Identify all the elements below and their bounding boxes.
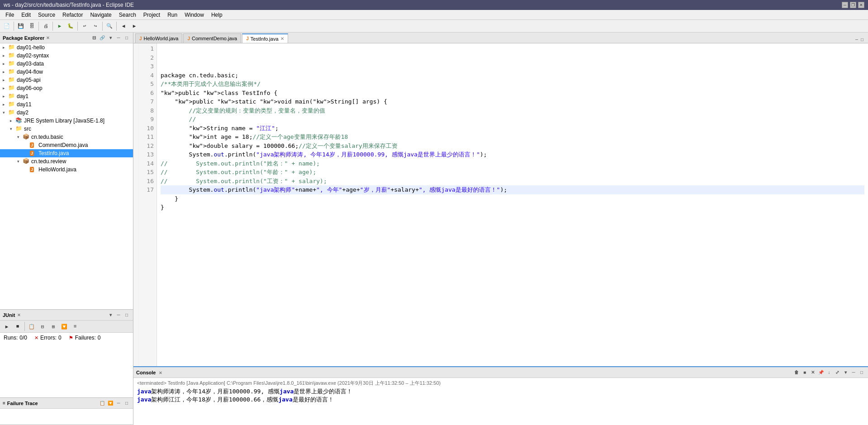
print-button[interactable]: 🖨 xyxy=(41,21,51,31)
tree-item-day11[interactable]: ▸📁day11 xyxy=(0,100,133,109)
menu-run[interactable]: Run xyxy=(164,11,181,19)
menu-navigate[interactable]: Navigate xyxy=(86,11,115,19)
new-button[interactable]: 📄 xyxy=(2,21,12,31)
redo-button[interactable]: ↪ xyxy=(90,21,100,31)
package-explorer-header: Package Explorer ✕ ⊟ 🔗 ▾ ─ □ xyxy=(0,33,133,43)
tree-item-cn-tedu-basic[interactable]: ▾📦cn.tedu.basic xyxy=(0,133,133,141)
ft-filter-icon[interactable]: 🔽 xyxy=(107,400,114,407)
minimize-button[interactable]: ─ xyxy=(842,2,848,8)
tree-item-jre-system-library--javase-1-8-[interactable]: ▸📚JRE System Library [JavaSE-1.8] xyxy=(0,117,133,125)
tree-item-day03-data[interactable]: ▸📁day03-data xyxy=(0,60,133,68)
console-menu-icon[interactable]: ▾ xyxy=(842,369,849,376)
pkg-menu-icon[interactable]: ▾ xyxy=(107,34,114,42)
undo-button[interactable]: ↩ xyxy=(80,21,90,31)
tree-item-commentdemo-java[interactable]: JCommentDemo.java xyxy=(0,141,133,149)
menu-search[interactable]: Search xyxy=(115,11,140,19)
console-header-icons: 🗑 ■ ✕ 📌 ↓ ⤢ ▾ ─ □ xyxy=(793,369,865,376)
forward-button[interactable]: ▶ xyxy=(129,21,139,31)
junit-menu-icon[interactable]: ▾ xyxy=(107,312,114,319)
package-explorer-panel: Package Explorer ✕ ⊟ 🔗 ▾ ─ □ ▸📁day01-hel… xyxy=(0,33,133,310)
junit-close-icon: ✕ xyxy=(17,313,21,317)
tab-helloworld[interactable]: J HelloWorld.java xyxy=(135,33,182,43)
junit-stats: Runs: 0/0 ✕ Errors: 0 ⚑ Failures: 0 xyxy=(0,333,133,343)
link-with-editor-icon[interactable]: 🔗 xyxy=(99,34,106,42)
save-button[interactable]: 💾 xyxy=(16,21,26,31)
toolbar-separator-5 xyxy=(102,22,103,31)
failures-label: Failures: xyxy=(75,335,96,341)
junit-minimize-icon[interactable]: ─ xyxy=(115,312,122,319)
code-editor[interactable]: package cn.tedu.basic;/**本类用于完成个人信息输出案例*… xyxy=(157,43,868,366)
tree-item-day04-flow[interactable]: ▸📁day04-flow xyxy=(0,68,133,76)
tree-label: day04-flow xyxy=(17,69,43,75)
menu-source[interactable]: Source xyxy=(34,11,59,19)
line-number-5: 5 xyxy=(142,80,154,89)
menu-file[interactable]: File xyxy=(2,11,18,19)
tab-maximize-btn[interactable]: □ xyxy=(860,37,864,43)
tree-item-testinfo-java[interactable]: JTestInfo.java xyxy=(0,149,133,157)
collapse-all-icon[interactable]: ⊟ xyxy=(90,34,98,42)
search-button[interactable]: 🔍 xyxy=(104,21,114,31)
code-line-7: "kw">String name = "江江"; xyxy=(161,124,864,133)
save-all-button[interactable]: 🗄 xyxy=(27,21,37,31)
junit-filter-button[interactable]: 🔽 xyxy=(59,321,69,331)
tree-item-day1[interactable]: ▸📁day1 xyxy=(0,92,133,100)
menu-refactor[interactable]: Refactor xyxy=(59,11,86,19)
console-maximize-icon[interactable]: □ xyxy=(858,369,865,376)
junit-stop-button[interactable]: ■ xyxy=(13,321,23,331)
toolbar-separator-6 xyxy=(116,22,117,31)
junit-expand-button[interactable]: ⊞ xyxy=(48,321,58,331)
ft-maximize-icon[interactable]: □ xyxy=(123,400,130,407)
tree-item-day06-oop[interactable]: ▸📁day06-oop xyxy=(0,84,133,92)
menu-window[interactable]: Window xyxy=(181,11,208,19)
close-button[interactable]: ✕ xyxy=(858,2,864,8)
editor-area[interactable]: 1234567891011121314151617 package cn.ted… xyxy=(133,43,868,366)
failure-trace-content xyxy=(0,409,133,425)
tree-label: day06-oop xyxy=(17,85,43,91)
maximize-icon[interactable]: □ xyxy=(123,34,130,42)
run-button[interactable]: ▶ xyxy=(55,21,65,31)
tree-label: day11 xyxy=(17,101,32,108)
back-button[interactable]: ◀ xyxy=(119,21,128,31)
tab-minimize-btn[interactable]: ─ xyxy=(854,37,859,43)
tree-item-helloworld-java[interactable]: JHelloWorld.java xyxy=(0,165,133,174)
tree-item-day05-api[interactable]: ▸📁day05-api xyxy=(0,76,133,84)
menu-help[interactable]: Help xyxy=(208,11,226,19)
commentdemo-tab-icon: J xyxy=(187,36,190,41)
console-pin-icon[interactable]: 📌 xyxy=(817,369,825,376)
junit-layout-button[interactable]: ≡ xyxy=(70,321,80,331)
testinfo-tab-close[interactable]: ✕ xyxy=(280,36,284,41)
console-remove-icon[interactable]: ✕ xyxy=(809,369,816,376)
tab-testinfo[interactable]: J TestInfo.java ✕ xyxy=(242,33,288,43)
toolbar: 📄 💾 🗄 🖨 ▶ 🐛 ↩ ↪ 🔍 ◀ ▶ xyxy=(0,20,868,33)
menu-project[interactable]: Project xyxy=(140,11,164,19)
junit-rerun-button[interactable]: ▶ xyxy=(2,321,12,331)
tree-label: cn.tedu.basic xyxy=(31,134,63,140)
junit-maximize-icon[interactable]: □ xyxy=(123,312,130,319)
menu-edit[interactable]: Edit xyxy=(18,11,34,19)
console-minimize-icon[interactable]: ─ xyxy=(850,369,857,376)
junit-collapse-button[interactable]: ⊟ xyxy=(38,321,47,331)
tree-label: HelloWorld.java xyxy=(38,166,76,173)
commentdemo-tab-label: CommentDemo.java xyxy=(192,36,237,41)
minimize-icon[interactable]: ─ xyxy=(115,34,122,42)
console-expand-icon[interactable]: ⤢ xyxy=(834,369,841,376)
tree-item-src[interactable]: ▾📁src xyxy=(0,125,133,133)
junit-history-button[interactable]: 📋 xyxy=(27,321,37,331)
console-clear-icon[interactable]: 🗑 xyxy=(793,369,800,376)
main-layout: Package Explorer ✕ ⊟ 🔗 ▾ ─ □ ▸📁day01-hel… xyxy=(0,33,868,425)
console-scroll-icon[interactable]: ↓ xyxy=(825,369,833,376)
tree-label: day1 xyxy=(17,93,28,99)
window-controls[interactable]: ─ ❐ ✕ xyxy=(842,2,864,8)
ft-copy-icon[interactable]: 📋 xyxy=(99,400,106,407)
ft-minimize-icon[interactable]: ─ xyxy=(115,400,122,407)
tree-item-day02-syntax[interactable]: ▸📁day02-syntax xyxy=(0,52,133,60)
tree-item-day2[interactable]: ▾📁day2 xyxy=(0,109,133,117)
tab-commentdemo[interactable]: J CommentDemo.java xyxy=(183,33,241,43)
console-terminate-icon[interactable]: ■ xyxy=(801,369,808,376)
package-explorer-title: Package Explorer xyxy=(3,35,44,41)
restore-button[interactable]: ❐ xyxy=(850,2,856,8)
debug-button[interactable]: 🐛 xyxy=(66,21,76,31)
tree-item-day01-hello[interactable]: ▸📁day01-hello xyxy=(0,43,133,52)
tree-item-cn-tedu-review[interactable]: ▾📦cn.tedu.review xyxy=(0,157,133,165)
line-number-15: 15 xyxy=(142,168,154,177)
